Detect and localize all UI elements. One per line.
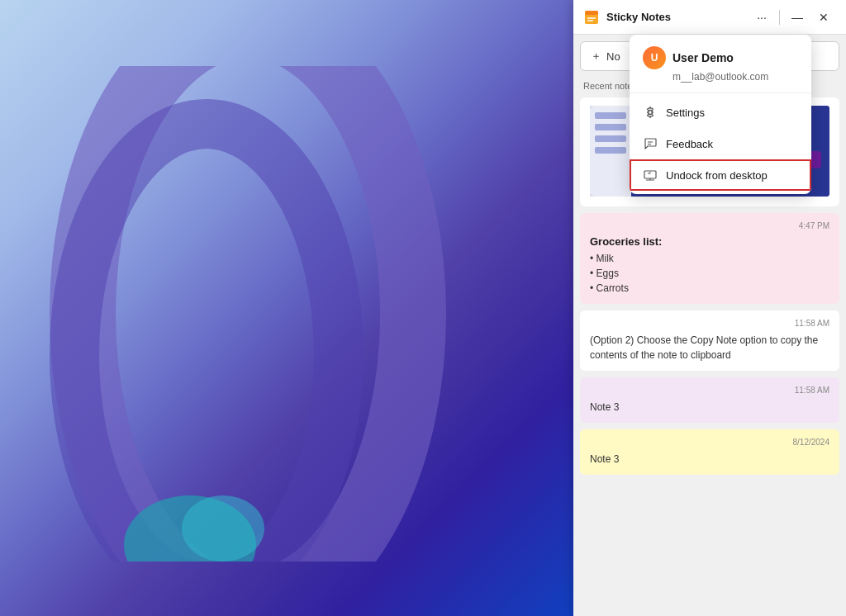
feedback-label: Feedback bbox=[666, 138, 713, 150]
user-section: U User Demo m__lab@outlook.com bbox=[630, 35, 811, 93]
undock-icon bbox=[643, 168, 658, 182]
title-bar: Sticky Notes ··· — ✕ bbox=[573, 0, 846, 35]
menu-items-list: Settings Feedback bbox=[630, 93, 811, 194]
svg-rect-5 bbox=[585, 11, 598, 15]
settings-menu-item[interactable]: Settings bbox=[630, 97, 811, 128]
window-controls: ··· — ✕ bbox=[749, 5, 836, 30]
settings-label: Settings bbox=[666, 107, 705, 119]
user-avatar: U bbox=[643, 46, 666, 69]
feedback-menu-item[interactable]: Feedback bbox=[630, 128, 811, 159]
user-display-name: User Demo bbox=[673, 51, 734, 64]
plus-icon: ＋ bbox=[591, 49, 601, 64]
note-content: (Option 2) Choose the Copy Note option t… bbox=[590, 333, 829, 362]
note-card[interactable]: 8/12/2024 Note 3 bbox=[580, 429, 839, 475]
note-card[interactable]: 4:47 PM Groceries list: • Milk • Eggs • … bbox=[580, 213, 839, 304]
minimize-button[interactable]: — bbox=[785, 5, 810, 30]
window-title: Sticky Notes bbox=[606, 11, 749, 23]
feedback-icon bbox=[643, 136, 658, 151]
note-card[interactable]: 11:58 AM Note 3 bbox=[580, 377, 839, 423]
separator bbox=[779, 10, 780, 25]
note-content: • Milk • Eggs • Carrots bbox=[590, 251, 829, 296]
more-options-button[interactable]: ··· bbox=[749, 5, 774, 30]
undock-menu-item[interactable]: Undock from desktop bbox=[630, 159, 811, 191]
app-icon bbox=[583, 9, 600, 26]
note-timestamp: 4:47 PM bbox=[590, 221, 829, 230]
note-timestamp: 8/12/2024 bbox=[590, 438, 829, 447]
wallpaper bbox=[0, 0, 578, 616]
note-content: Note 3 bbox=[590, 452, 829, 467]
note-card[interactable]: 11:58 AM (Option 2) Choose the Copy Note… bbox=[580, 310, 839, 371]
undock-label: Undock from desktop bbox=[666, 169, 768, 182]
user-name-row: U User Demo bbox=[643, 46, 798, 69]
close-button[interactable]: ✕ bbox=[811, 5, 836, 30]
svg-point-3 bbox=[182, 495, 264, 562]
note-timestamp: 11:58 AM bbox=[590, 386, 829, 395]
note-timestamp: 11:58 AM bbox=[590, 319, 829, 328]
note-content: Note 3 bbox=[590, 400, 829, 415]
gear-icon bbox=[643, 105, 658, 120]
new-note-label: No bbox=[606, 50, 620, 63]
note-title: Groceries list: bbox=[590, 235, 829, 248]
user-email: m__lab@outlook.com bbox=[643, 71, 798, 83]
dropdown-menu: U User Demo m__lab@outlook.com Settings bbox=[630, 35, 811, 194]
